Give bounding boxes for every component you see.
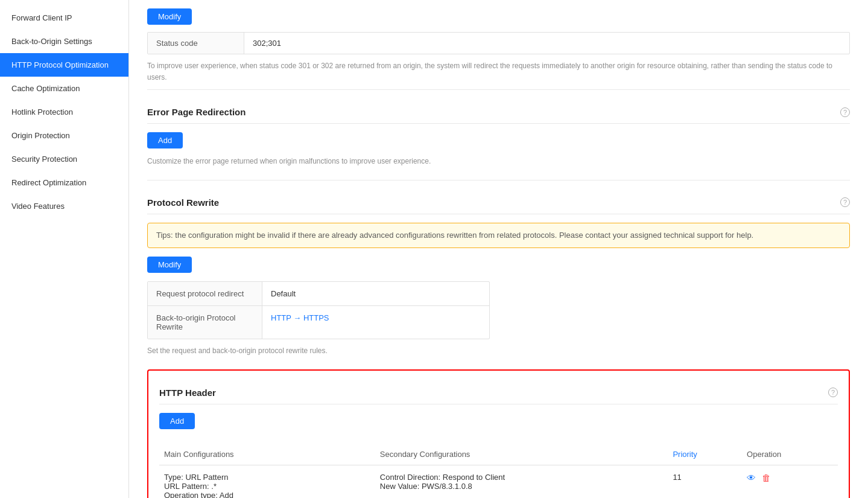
sidebar-item-video-features[interactable]: Video Features — [0, 194, 128, 218]
http-header-section: HTTP Header ? Add Main Configurations Se… — [147, 369, 850, 498]
http-header-table: Main Configurations Secondary Configurat… — [159, 444, 838, 498]
http-header-table-head: Main Configurations Secondary Configurat… — [159, 444, 838, 465]
operation-icons: 👁🗑 — [747, 473, 833, 483]
sidebar-item-redirect-optimization[interactable]: Redirect Optimization — [0, 171, 128, 194]
sidebar-item-hotlink-protection[interactable]: Hotlink Protection — [0, 100, 128, 124]
protocol-rewrite-desc: Set the request and back-to-origin proto… — [147, 345, 850, 357]
col-priority: Priority — [668, 444, 742, 465]
http-header-table-header-row: Main Configurations Secondary Configurat… — [159, 444, 838, 465]
status-code-value: 302;301 — [244, 33, 849, 54]
protocol-rewrite-modify-button[interactable]: Modify — [147, 257, 192, 273]
sidebar-item-origin-protection[interactable]: Origin Protection — [0, 124, 128, 147]
error-page-section: Error Page Redirection ? Add Customize t… — [147, 98, 850, 167]
protocol-table-cell-label: Request protocol redirect — [148, 282, 262, 305]
sidebar-item-back-to-origin-settings[interactable]: Back-to-Origin Settings — [0, 30, 128, 53]
protocol-table-row: Back-to-origin Protocol RewriteHTTP → HT… — [148, 306, 489, 339]
delete-icon[interactable]: 🗑 — [762, 473, 771, 483]
priority-cell: 11 — [668, 465, 742, 498]
protocol-rewrite-table: Request protocol redirectDefaultBack-to-… — [147, 281, 490, 339]
col-main-config: Main Configurations — [159, 444, 375, 465]
protocol-rewrite-header: Protocol Rewrite ? — [147, 189, 850, 214]
status-code-row: Status code 302;301 — [148, 33, 849, 54]
error-page-title: Error Page Redirection — [147, 107, 246, 117]
http-header-table-body: Type: URL Pattern URL Pattern: .* Operat… — [159, 465, 838, 498]
main-config-cell: Type: URL Pattern URL Pattern: .* Operat… — [159, 465, 375, 498]
error-page-add-button[interactable]: Add — [147, 132, 183, 148]
sidebar-item-security-protection[interactable]: Security Protection — [0, 147, 128, 171]
main-content: Modify Status code 302;301 To improve us… — [129, 0, 868, 498]
table-row: Type: URL Pattern URL Pattern: .* Operat… — [159, 465, 838, 498]
error-page-desc: Customize the error page returned when o… — [147, 156, 850, 167]
sidebar-item-forward-client-ip[interactable]: Forward Client IP — [0, 6, 128, 30]
view-icon[interactable]: 👁 — [747, 473, 756, 483]
http-header-header: HTTP Header ? — [159, 379, 838, 404]
col-secondary-config: Secondary Configurations — [375, 444, 668, 465]
protocol-table-cell-value: Default — [262, 282, 489, 305]
sidebar-item-cache-optimization[interactable]: Cache Optimization — [0, 77, 128, 100]
operation-cell: 👁🗑 — [742, 465, 838, 498]
top-modify-button[interactable]: Modify — [147, 8, 192, 25]
col-operation: Operation — [742, 444, 838, 465]
error-page-help-icon[interactable]: ? — [840, 107, 850, 117]
protocol-table-cell-label: Back-to-origin Protocol Rewrite — [148, 306, 262, 339]
http-header-add-button[interactable]: Add — [159, 413, 195, 429]
protocol-rewrite-section: Protocol Rewrite ? Tips: the configurati… — [147, 189, 850, 357]
protocol-rewrite-help-icon[interactable]: ? — [840, 197, 850, 207]
sidebar: Forward Client IPBack-to-Origin Settings… — [0, 0, 129, 498]
protocol-rewrite-title: Protocol Rewrite — [147, 197, 219, 208]
protocol-table-cell-value: HTTP → HTTPS — [262, 306, 489, 339]
error-page-header: Error Page Redirection ? — [147, 98, 850, 124]
status-code-table: Status code 302;301 — [147, 32, 850, 54]
protocol-table-row: Request protocol redirectDefault — [148, 282, 489, 306]
status-code-label: Status code — [148, 33, 244, 54]
secondary-config-cell: Control Direction: Respond to Client New… — [375, 465, 668, 498]
http-header-help-icon[interactable]: ? — [828, 388, 838, 397]
protocol-rewrite-tip: Tips: the configuration might be invalid… — [147, 223, 850, 249]
http-header-title: HTTP Header — [159, 388, 216, 398]
sidebar-item-http-protocol-optimization[interactable]: HTTP Protocol Optimization — [0, 53, 128, 77]
status-code-desc: To improve user experience, when status … — [147, 60, 850, 83]
